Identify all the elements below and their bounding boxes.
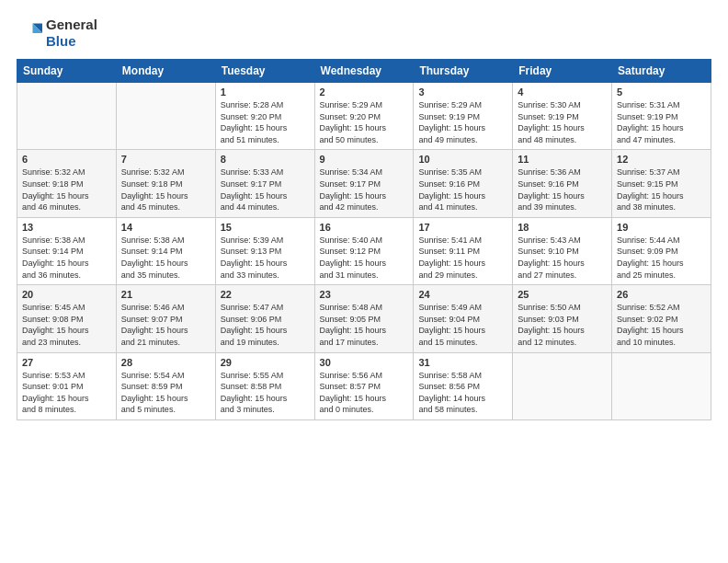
calendar-cell: 14Sunrise: 5:38 AM Sunset: 9:14 PM Dayli… xyxy=(116,217,215,284)
weekday-header-monday: Monday xyxy=(116,60,215,83)
day-info: Sunrise: 5:37 AM Sunset: 9:15 PM Dayligh… xyxy=(617,167,706,213)
day-info: Sunrise: 5:28 AM Sunset: 9:20 PM Dayligh… xyxy=(221,99,310,145)
day-info: Sunrise: 5:34 AM Sunset: 9:17 PM Dayligh… xyxy=(320,167,409,213)
day-number: 16 xyxy=(320,222,409,233)
day-info: Sunrise: 5:44 AM Sunset: 9:09 PM Dayligh… xyxy=(617,235,706,281)
calendar-cell: 6Sunrise: 5:32 AM Sunset: 9:18 PM Daylig… xyxy=(17,150,117,217)
day-info: Sunrise: 5:58 AM Sunset: 8:56 PM Dayligh… xyxy=(418,370,507,416)
calendar-cell: 27Sunrise: 5:53 AM Sunset: 9:01 PM Dayli… xyxy=(17,352,117,419)
calendar-cell xyxy=(116,83,215,150)
calendar-cell: 31Sunrise: 5:58 AM Sunset: 8:56 PM Dayli… xyxy=(414,352,513,419)
logo-icon xyxy=(17,20,42,46)
calendar-cell: 19Sunrise: 5:44 AM Sunset: 9:09 PM Dayli… xyxy=(612,217,711,284)
day-number: 3 xyxy=(418,86,507,98)
day-number: 23 xyxy=(320,289,409,300)
calendar-cell: 12Sunrise: 5:37 AM Sunset: 9:15 PM Dayli… xyxy=(612,150,711,217)
week-row-4: 20Sunrise: 5:45 AM Sunset: 9:08 PM Dayli… xyxy=(17,285,711,352)
calendar-cell: 8Sunrise: 5:33 AM Sunset: 9:17 PM Daylig… xyxy=(215,150,314,217)
week-row-1: 1Sunrise: 5:28 AM Sunset: 9:20 PM Daylig… xyxy=(17,83,711,150)
day-number: 18 xyxy=(518,222,607,233)
calendar-cell: 17Sunrise: 5:41 AM Sunset: 9:11 PM Dayli… xyxy=(414,217,513,284)
day-number: 15 xyxy=(221,222,310,233)
calendar: SundayMondayTuesdayWednesdayThursdayFrid… xyxy=(17,59,711,420)
day-number: 28 xyxy=(121,357,210,368)
calendar-cell: 9Sunrise: 5:34 AM Sunset: 9:17 PM Daylig… xyxy=(314,150,414,217)
weekday-header-row: SundayMondayTuesdayWednesdayThursdayFrid… xyxy=(17,60,711,83)
weekday-header-saturday: Saturday xyxy=(612,60,711,83)
calendar-cell: 18Sunrise: 5:43 AM Sunset: 9:10 PM Dayli… xyxy=(513,217,612,284)
page: General Blue SundayMondayTuesdayWednesda… xyxy=(0,0,728,563)
week-row-2: 6Sunrise: 5:32 AM Sunset: 9:18 PM Daylig… xyxy=(17,150,711,217)
calendar-cell: 28Sunrise: 5:54 AM Sunset: 8:59 PM Dayli… xyxy=(116,352,215,419)
day-number: 1 xyxy=(221,86,310,98)
day-number: 7 xyxy=(121,154,210,165)
day-info: Sunrise: 5:55 AM Sunset: 8:58 PM Dayligh… xyxy=(221,370,310,416)
day-number: 4 xyxy=(518,86,607,98)
calendar-cell xyxy=(612,352,711,419)
calendar-cell: 5Sunrise: 5:31 AM Sunset: 9:19 PM Daylig… xyxy=(612,83,711,150)
day-number: 8 xyxy=(221,154,310,165)
weekday-header-sunday: Sunday xyxy=(17,60,117,83)
day-info: Sunrise: 5:31 AM Sunset: 9:19 PM Dayligh… xyxy=(617,99,706,145)
day-number: 12 xyxy=(617,154,706,165)
day-info: Sunrise: 5:54 AM Sunset: 8:59 PM Dayligh… xyxy=(121,370,210,416)
calendar-cell: 10Sunrise: 5:35 AM Sunset: 9:16 PM Dayli… xyxy=(414,150,513,217)
day-number: 29 xyxy=(221,357,310,368)
day-number: 22 xyxy=(221,289,310,300)
day-info: Sunrise: 5:38 AM Sunset: 9:14 PM Dayligh… xyxy=(121,235,210,281)
day-info: Sunrise: 5:29 AM Sunset: 9:19 PM Dayligh… xyxy=(418,99,507,145)
day-number: 26 xyxy=(617,289,706,300)
day-info: Sunrise: 5:45 AM Sunset: 9:08 PM Dayligh… xyxy=(22,302,111,348)
calendar-cell: 3Sunrise: 5:29 AM Sunset: 9:19 PM Daylig… xyxy=(414,83,513,150)
day-info: Sunrise: 5:47 AM Sunset: 9:06 PM Dayligh… xyxy=(221,302,310,348)
day-number: 5 xyxy=(617,86,706,98)
day-info: Sunrise: 5:48 AM Sunset: 9:05 PM Dayligh… xyxy=(320,302,409,348)
day-info: Sunrise: 5:32 AM Sunset: 9:18 PM Dayligh… xyxy=(22,167,111,213)
day-info: Sunrise: 5:35 AM Sunset: 9:16 PM Dayligh… xyxy=(418,167,507,213)
day-number: 31 xyxy=(418,357,507,368)
day-number: 20 xyxy=(22,289,111,300)
calendar-cell: 21Sunrise: 5:46 AM Sunset: 9:07 PM Dayli… xyxy=(116,285,215,352)
day-info: Sunrise: 5:29 AM Sunset: 9:20 PM Dayligh… xyxy=(320,99,409,145)
day-number: 13 xyxy=(22,222,111,233)
weekday-header-thursday: Thursday xyxy=(414,60,513,83)
day-number: 27 xyxy=(22,357,111,368)
day-info: Sunrise: 5:33 AM Sunset: 9:17 PM Dayligh… xyxy=(221,167,310,213)
weekday-header-tuesday: Tuesday xyxy=(215,60,314,83)
day-number: 10 xyxy=(418,154,507,165)
day-info: Sunrise: 5:43 AM Sunset: 9:10 PM Dayligh… xyxy=(518,235,607,281)
calendar-cell: 15Sunrise: 5:39 AM Sunset: 9:13 PM Dayli… xyxy=(215,217,314,284)
day-info: Sunrise: 5:39 AM Sunset: 9:13 PM Dayligh… xyxy=(221,235,310,281)
logo: General Blue xyxy=(17,17,97,50)
calendar-cell: 1Sunrise: 5:28 AM Sunset: 9:20 PM Daylig… xyxy=(215,83,314,150)
header: General Blue xyxy=(17,17,711,50)
weekday-header-wednesday: Wednesday xyxy=(314,60,414,83)
day-info: Sunrise: 5:36 AM Sunset: 9:16 PM Dayligh… xyxy=(518,167,607,213)
calendar-cell: 23Sunrise: 5:48 AM Sunset: 9:05 PM Dayli… xyxy=(314,285,414,352)
calendar-cell: 7Sunrise: 5:32 AM Sunset: 9:18 PM Daylig… xyxy=(116,150,215,217)
day-info: Sunrise: 5:50 AM Sunset: 9:03 PM Dayligh… xyxy=(518,302,607,348)
calendar-cell: 4Sunrise: 5:30 AM Sunset: 9:19 PM Daylig… xyxy=(513,83,612,150)
day-number: 14 xyxy=(121,222,210,233)
week-row-5: 27Sunrise: 5:53 AM Sunset: 9:01 PM Dayli… xyxy=(17,352,711,419)
day-number: 25 xyxy=(518,289,607,300)
day-info: Sunrise: 5:32 AM Sunset: 9:18 PM Dayligh… xyxy=(121,167,210,213)
day-info: Sunrise: 5:41 AM Sunset: 9:11 PM Dayligh… xyxy=(418,235,507,281)
week-row-3: 13Sunrise: 5:38 AM Sunset: 9:14 PM Dayli… xyxy=(17,217,711,284)
calendar-cell: 11Sunrise: 5:36 AM Sunset: 9:16 PM Dayli… xyxy=(513,150,612,217)
calendar-cell: 16Sunrise: 5:40 AM Sunset: 9:12 PM Dayli… xyxy=(314,217,414,284)
calendar-cell xyxy=(513,352,612,419)
day-number: 9 xyxy=(320,154,409,165)
calendar-cell: 24Sunrise: 5:49 AM Sunset: 9:04 PM Dayli… xyxy=(414,285,513,352)
calendar-cell: 26Sunrise: 5:52 AM Sunset: 9:02 PM Dayli… xyxy=(612,285,711,352)
calendar-cell xyxy=(17,83,117,150)
day-info: Sunrise: 5:46 AM Sunset: 9:07 PM Dayligh… xyxy=(121,302,210,348)
day-info: Sunrise: 5:49 AM Sunset: 9:04 PM Dayligh… xyxy=(418,302,507,348)
calendar-cell: 20Sunrise: 5:45 AM Sunset: 9:08 PM Dayli… xyxy=(17,285,117,352)
calendar-cell: 2Sunrise: 5:29 AM Sunset: 9:20 PM Daylig… xyxy=(314,83,414,150)
day-info: Sunrise: 5:52 AM Sunset: 9:02 PM Dayligh… xyxy=(617,302,706,348)
calendar-cell: 30Sunrise: 5:56 AM Sunset: 8:57 PM Dayli… xyxy=(314,352,414,419)
day-number: 6 xyxy=(22,154,111,165)
day-number: 19 xyxy=(617,222,706,233)
day-number: 17 xyxy=(418,222,507,233)
